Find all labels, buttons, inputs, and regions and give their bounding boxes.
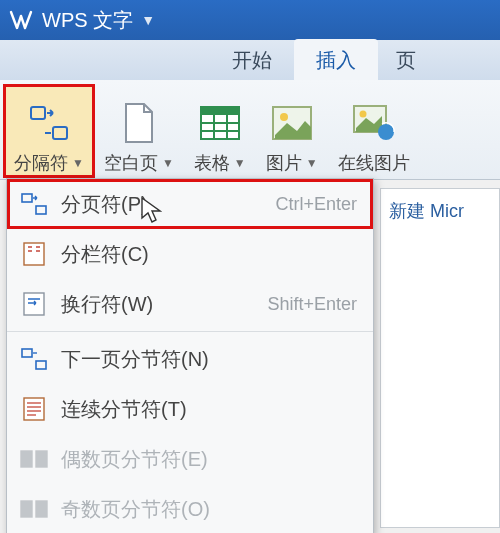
- svg-rect-1: [53, 127, 67, 139]
- separator-dropdown: 分页符(P) Ctrl+Enter 分栏符(C) 换行符(W) Shift+En…: [6, 178, 374, 533]
- menu-odd-page-section-label: 奇数页分节符(O): [61, 496, 363, 523]
- blank-page-label: 空白页: [104, 151, 158, 175]
- odd-page-section-icon: [17, 498, 51, 520]
- online-picture-icon: [352, 101, 396, 145]
- page-break-icon: [17, 193, 51, 215]
- svg-rect-14: [36, 206, 46, 214]
- svg-rect-28: [21, 451, 32, 467]
- online-picture-button[interactable]: 在线图片: [328, 85, 420, 177]
- table-button[interactable]: 表格▼: [184, 85, 256, 177]
- continuous-section-icon: [17, 396, 51, 422]
- svg-point-12: [378, 124, 394, 140]
- tab-start[interactable]: 开始: [210, 39, 294, 80]
- line-break-icon: [17, 291, 51, 317]
- menu-continuous-section[interactable]: 连续分节符(T): [7, 384, 373, 434]
- title-dropdown-icon[interactable]: ▼: [141, 12, 155, 28]
- blank-page-icon: [117, 101, 161, 145]
- even-page-section-icon: [17, 448, 51, 470]
- tab-page-partial[interactable]: 页: [378, 39, 422, 80]
- picture-label: 图片: [266, 151, 302, 175]
- menu-line-break-shortcut: Shift+Enter: [267, 294, 363, 315]
- app-logo-icon: [8, 7, 34, 33]
- svg-rect-22: [36, 361, 46, 369]
- document-tab-label[interactable]: 新建 Micr: [380, 188, 500, 528]
- menu-page-break[interactable]: 分页符(P) Ctrl+Enter: [7, 179, 373, 229]
- menu-page-break-label: 分页符(P): [61, 191, 275, 218]
- menu-page-break-shortcut: Ctrl+Enter: [275, 194, 363, 215]
- picture-button[interactable]: 图片▼: [256, 85, 328, 177]
- ribbon-tabs: 开始 插入 页: [0, 40, 500, 80]
- menu-odd-page-section[interactable]: 奇数页分节符(O): [7, 484, 373, 533]
- svg-rect-33: [36, 501, 47, 517]
- chevron-down-icon: ▼: [72, 156, 84, 170]
- svg-rect-32: [21, 501, 32, 517]
- ribbon-toolbar: 分隔符▼ 空白页▼ 表格▼ 图片▼ 在线图片: [0, 80, 500, 180]
- title-bar: WPS 文字 ▼: [0, 0, 500, 40]
- tab-insert[interactable]: 插入: [294, 39, 378, 80]
- next-page-section-icon: [17, 348, 51, 370]
- svg-rect-29: [36, 451, 47, 467]
- app-title: WPS 文字: [42, 7, 133, 34]
- svg-rect-0: [31, 107, 45, 119]
- menu-column-break[interactable]: 分栏符(C): [7, 229, 373, 279]
- chevron-down-icon: ▼: [162, 156, 174, 170]
- table-icon: [198, 101, 242, 145]
- svg-point-9: [280, 113, 288, 121]
- separator-button[interactable]: 分隔符▼: [4, 85, 94, 177]
- svg-rect-3: [201, 107, 239, 115]
- menu-continuous-section-label: 连续分节符(T): [61, 396, 363, 423]
- menu-separator: [7, 331, 373, 332]
- online-picture-label: 在线图片: [338, 151, 410, 175]
- table-label: 表格: [194, 151, 230, 175]
- separator-icon: [27, 101, 71, 145]
- chevron-down-icon: ▼: [234, 156, 246, 170]
- svg-rect-23: [24, 398, 44, 420]
- menu-next-page-section-label: 下一页分节符(N): [61, 346, 363, 373]
- svg-point-11: [359, 110, 366, 117]
- svg-rect-20: [24, 293, 44, 315]
- chevron-down-icon: ▼: [306, 156, 318, 170]
- svg-rect-13: [22, 194, 32, 202]
- column-break-icon: [17, 241, 51, 267]
- menu-line-break-label: 换行符(W): [61, 291, 267, 318]
- menu-column-break-label: 分栏符(C): [61, 241, 363, 268]
- menu-even-page-section[interactable]: 偶数页分节符(E): [7, 434, 373, 484]
- menu-line-break[interactable]: 换行符(W) Shift+Enter: [7, 279, 373, 329]
- separator-label: 分隔符: [14, 151, 68, 175]
- menu-next-page-section[interactable]: 下一页分节符(N): [7, 334, 373, 384]
- svg-rect-21: [22, 349, 32, 357]
- menu-even-page-section-label: 偶数页分节符(E): [61, 446, 363, 473]
- svg-rect-15: [24, 243, 44, 265]
- blank-page-button[interactable]: 空白页▼: [94, 85, 184, 177]
- picture-icon: [270, 101, 314, 145]
